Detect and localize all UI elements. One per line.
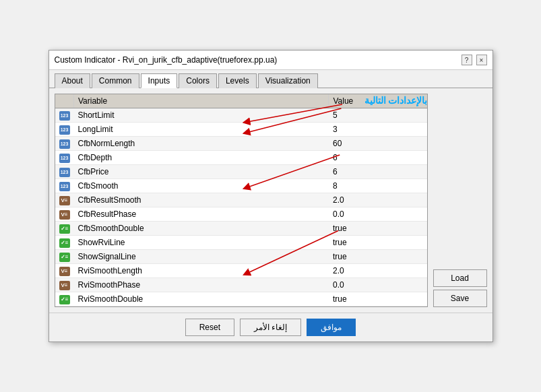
reset-button[interactable]: Reset bbox=[185, 319, 234, 336]
row-variable: CfbResultSmooth bbox=[74, 193, 329, 207]
type-icon: ✓≡ bbox=[59, 224, 70, 234]
row-icon: 123 bbox=[55, 137, 74, 151]
table-row[interactable]: 123 LongLimit 3 bbox=[55, 123, 427, 137]
type-icon: ✓≡ bbox=[59, 253, 70, 262]
row-value[interactable]: 2.0 bbox=[329, 193, 427, 207]
row-variable: RviSmoothDouble bbox=[74, 292, 329, 306]
content-area: بالإعدادات التالية bbox=[49, 88, 492, 313]
row-value[interactable]: 8 bbox=[329, 179, 427, 193]
tab-bar: About Common Inputs Colors Levels Visual… bbox=[49, 70, 492, 88]
table-row[interactable]: ✓≡ ShowSignalLine true bbox=[55, 250, 427, 264]
table-row[interactable]: ✓≡ RviSmoothDouble true bbox=[55, 292, 427, 306]
row-icon: 123 bbox=[55, 108, 74, 123]
table-row[interactable]: ✓≡ ShowRviLine true bbox=[55, 236, 427, 250]
row-value[interactable]: 5 bbox=[329, 108, 427, 123]
row-value[interactable]: 0.0 bbox=[329, 207, 427, 222]
ok-button[interactable]: موافق bbox=[307, 319, 356, 336]
tab-levels[interactable]: Levels bbox=[218, 73, 257, 88]
row-variable: ShowSignalLine bbox=[74, 250, 329, 264]
row-value[interactable]: 2.0 bbox=[329, 264, 427, 278]
row-icon: ✓≡ bbox=[55, 236, 74, 250]
row-icon: 123 bbox=[55, 123, 74, 137]
row-icon: V≡ bbox=[55, 278, 74, 292]
row-icon: V≡ bbox=[55, 207, 74, 222]
variables-table: Variable Value 123 ShortLimit 5 123 Long… bbox=[55, 94, 427, 306]
side-buttons: Load Save bbox=[433, 94, 487, 307]
row-icon: ✓≡ bbox=[55, 250, 74, 264]
title-bar: Custom Indicator - Rvi_on_jurik_cfb_adap… bbox=[49, 51, 492, 70]
table-row[interactable]: 123 CfbPrice 6 bbox=[55, 165, 427, 179]
row-value[interactable]: true bbox=[329, 222, 427, 236]
row-value[interactable]: true bbox=[329, 236, 427, 250]
row-icon: 123 bbox=[55, 179, 74, 193]
help-button[interactable]: ? bbox=[462, 55, 472, 65]
row-icon: ✓≡ bbox=[55, 222, 74, 236]
row-value[interactable]: true bbox=[329, 250, 427, 264]
type-icon: 123 bbox=[59, 154, 70, 163]
table-row[interactable]: 123 CfbDepth 6 bbox=[55, 151, 427, 165]
main-window: Custom Indicator - Rvi_on_jurik_cfb_adap… bbox=[49, 50, 493, 342]
type-icon: 123 bbox=[59, 111, 70, 121]
type-icon: V≡ bbox=[59, 196, 70, 205]
cancel-button[interactable]: إلغاء الأمر bbox=[240, 319, 301, 336]
table-row[interactable]: V≡ RviSmoothPhase 0.0 bbox=[55, 278, 427, 292]
row-icon: 123 bbox=[55, 151, 74, 165]
type-icon: ✓≡ bbox=[59, 295, 70, 304]
table-row[interactable]: V≡ RviSmoothLength 2.0 bbox=[55, 264, 427, 278]
save-button[interactable]: Save bbox=[433, 290, 487, 307]
row-variable: ShowRviLine bbox=[74, 236, 329, 250]
type-icon: V≡ bbox=[59, 210, 70, 220]
type-icon: V≡ bbox=[59, 281, 70, 290]
tab-inputs[interactable]: Inputs bbox=[141, 73, 178, 88]
tab-colors[interactable]: Colors bbox=[179, 73, 217, 88]
row-icon: V≡ bbox=[55, 193, 74, 207]
row-variable: LongLimit bbox=[74, 123, 329, 137]
table-row[interactable]: V≡ CfbResultPhase 0.0 bbox=[55, 207, 427, 222]
row-variable: RviSmoothLength bbox=[74, 264, 329, 278]
type-icon: 123 bbox=[59, 139, 70, 149]
table-row[interactable]: 123 ShortLimit 5 bbox=[55, 108, 427, 123]
col-icon-header bbox=[55, 94, 74, 108]
row-value[interactable]: 0.0 bbox=[329, 278, 427, 292]
row-variable: CfbResultPhase bbox=[74, 207, 329, 222]
type-icon: 123 bbox=[59, 168, 70, 177]
variables-table-container: Variable Value 123 ShortLimit 5 123 Long… bbox=[55, 94, 428, 307]
row-icon: V≡ bbox=[55, 264, 74, 278]
row-variable: RviSmoothPhase bbox=[74, 278, 329, 292]
title-controls: ? × bbox=[462, 55, 487, 65]
load-button[interactable]: Load bbox=[433, 269, 487, 287]
tab-about[interactable]: About bbox=[55, 73, 90, 88]
tab-visualization[interactable]: Visualization bbox=[258, 73, 318, 88]
row-value[interactable]: 6 bbox=[329, 165, 427, 179]
row-variable: CfbPrice bbox=[74, 165, 329, 179]
row-icon: ✓≡ bbox=[55, 292, 74, 306]
table-row[interactable]: 123 CfbSmooth 8 bbox=[55, 179, 427, 193]
row-variable: CfbNormLength bbox=[74, 137, 329, 151]
type-icon: V≡ bbox=[59, 267, 70, 276]
tab-common[interactable]: Common bbox=[92, 73, 139, 88]
main-area: Variable Value 123 ShortLimit 5 123 Long… bbox=[55, 94, 487, 307]
row-value[interactable]: 6 bbox=[329, 151, 427, 165]
footer: Reset إلغاء الأمر موافق bbox=[49, 313, 492, 341]
row-icon: 123 bbox=[55, 165, 74, 179]
row-value[interactable]: true bbox=[329, 292, 427, 306]
table-row[interactable]: V≡ CfbResultSmooth 2.0 bbox=[55, 193, 427, 207]
row-variable: CfbDepth bbox=[74, 151, 329, 165]
row-variable: CfbSmooth bbox=[74, 179, 329, 193]
row-value[interactable]: 3 bbox=[329, 123, 427, 137]
type-icon: 123 bbox=[59, 125, 70, 135]
row-variable: CfbSmoothDouble bbox=[74, 222, 329, 236]
table-row[interactable]: ✓≡ CfbSmoothDouble true bbox=[55, 222, 427, 236]
row-value[interactable]: 60 bbox=[329, 137, 427, 151]
window-title: Custom Indicator - Rvi_on_jurik_cfb_adap… bbox=[55, 55, 278, 65]
table-row[interactable]: 123 CfbNormLength 60 bbox=[55, 137, 427, 151]
annotation-text: بالإعدادات التالية bbox=[364, 95, 428, 106]
row-variable: ShortLimit bbox=[74, 108, 329, 123]
close-button[interactable]: × bbox=[476, 55, 487, 65]
type-icon: ✓≡ bbox=[59, 238, 70, 248]
col-variable-header: Variable bbox=[74, 94, 329, 108]
type-icon: 123 bbox=[59, 182, 70, 191]
